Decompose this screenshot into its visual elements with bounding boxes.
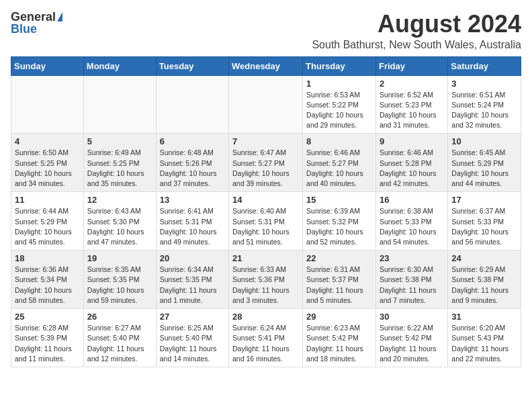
page-header: General Blue August 2024 South Bathurst,… [11,11,521,51]
calendar-week-row: 4Sunrise: 6:50 AM Sunset: 5:25 PM Daylig… [11,134,521,192]
day-number: 1 [306,79,372,89]
calendar-week-row: 1Sunrise: 6:53 AM Sunset: 5:22 PM Daylig… [11,75,521,134]
day-number: 9 [380,136,444,146]
day-number: 15 [306,195,372,205]
calendar-cell [11,75,84,134]
day-info: Sunrise: 6:53 AM Sunset: 5:22 PM Dayligh… [306,90,372,131]
day-info: Sunrise: 6:30 AM Sunset: 5:38 PM Dayligh… [380,265,444,306]
day-number: 4 [15,136,80,146]
weekday-header-wednesday: Wednesday [229,56,303,75]
day-number: 12 [87,195,152,205]
calendar-cell: 1Sunrise: 6:53 AM Sunset: 5:22 PM Daylig… [303,75,376,134]
calendar-cell: 5Sunrise: 6:49 AM Sunset: 5:25 PM Daylig… [83,134,156,192]
calendar-cell: 4Sunrise: 6:50 AM Sunset: 5:25 PM Daylig… [11,134,84,192]
day-info: Sunrise: 6:45 AM Sunset: 5:29 PM Dayligh… [451,148,517,189]
calendar-cell: 16Sunrise: 6:38 AM Sunset: 5:33 PM Dayli… [375,192,447,250]
day-number: 14 [232,195,299,205]
calendar-cell: 9Sunrise: 6:46 AM Sunset: 5:28 PM Daylig… [375,134,447,192]
calendar-cell: 29Sunrise: 6:23 AM Sunset: 5:42 PM Dayli… [303,309,376,367]
day-number: 26 [87,312,152,322]
calendar-cell: 12Sunrise: 6:43 AM Sunset: 5:30 PM Dayli… [83,192,156,250]
day-info: Sunrise: 6:31 AM Sunset: 5:37 PM Dayligh… [306,265,372,306]
calendar-cell: 17Sunrise: 6:37 AM Sunset: 5:33 PM Dayli… [448,192,521,250]
day-number: 19 [87,253,152,263]
day-info: Sunrise: 6:43 AM Sunset: 5:30 PM Dayligh… [87,206,152,247]
day-info: Sunrise: 6:27 AM Sunset: 5:40 PM Dayligh… [87,323,152,364]
calendar-cell: 10Sunrise: 6:45 AM Sunset: 5:29 PM Dayli… [448,134,521,192]
day-info: Sunrise: 6:36 AM Sunset: 5:34 PM Dayligh… [15,265,80,306]
day-number: 13 [160,195,225,205]
calendar-cell: 24Sunrise: 6:29 AM Sunset: 5:38 PM Dayli… [448,250,521,309]
day-info: Sunrise: 6:22 AM Sunset: 5:42 PM Dayligh… [380,323,444,364]
title-section: August 2024 South Bathurst, New South Wa… [312,11,521,51]
weekday-header-monday: Monday [83,56,156,75]
day-number: 16 [380,195,444,205]
day-info: Sunrise: 6:20 AM Sunset: 5:43 PM Dayligh… [451,323,517,364]
day-number: 25 [15,312,80,322]
day-number: 7 [232,136,299,146]
calendar-cell: 14Sunrise: 6:40 AM Sunset: 5:31 PM Dayli… [229,192,303,250]
day-number: 30 [380,312,444,322]
logo-triangle-icon [57,12,62,21]
day-number: 17 [451,195,517,205]
calendar-week-row: 11Sunrise: 6:44 AM Sunset: 5:29 PM Dayli… [11,192,521,250]
location-subtitle: South Bathurst, New South Wales, Austral… [312,39,521,51]
day-info: Sunrise: 6:33 AM Sunset: 5:36 PM Dayligh… [232,265,299,306]
logo: General Blue [11,11,62,35]
calendar-cell: 3Sunrise: 6:51 AM Sunset: 5:24 PM Daylig… [448,75,521,134]
calendar-cell: 19Sunrise: 6:35 AM Sunset: 5:35 PM Dayli… [83,250,156,309]
calendar-cell [229,75,303,134]
calendar-cell: 7Sunrise: 6:47 AM Sunset: 5:27 PM Daylig… [229,134,303,192]
day-info: Sunrise: 6:51 AM Sunset: 5:24 PM Dayligh… [451,90,517,131]
day-info: Sunrise: 6:35 AM Sunset: 5:35 PM Dayligh… [87,265,152,306]
day-info: Sunrise: 6:29 AM Sunset: 5:38 PM Dayligh… [451,265,517,306]
day-number: 10 [451,136,517,146]
day-number: 20 [160,253,225,263]
logo-general-text: General [11,11,56,23]
logo-blue-text: Blue [11,23,37,35]
day-info: Sunrise: 6:37 AM Sunset: 5:33 PM Dayligh… [451,206,517,247]
calendar-cell: 25Sunrise: 6:28 AM Sunset: 5:39 PM Dayli… [11,309,84,367]
weekday-header-thursday: Thursday [303,56,376,75]
day-number: 28 [232,312,299,322]
day-info: Sunrise: 6:25 AM Sunset: 5:40 PM Dayligh… [160,323,225,364]
calendar-cell: 23Sunrise: 6:30 AM Sunset: 5:38 PM Dayli… [375,250,447,309]
day-number: 29 [306,312,372,322]
day-number: 18 [15,253,80,263]
calendar-cell: 15Sunrise: 6:39 AM Sunset: 5:32 PM Dayli… [303,192,376,250]
calendar-cell: 18Sunrise: 6:36 AM Sunset: 5:34 PM Dayli… [11,250,84,309]
calendar-cell: 22Sunrise: 6:31 AM Sunset: 5:37 PM Dayli… [303,250,376,309]
calendar-header-row: SundayMondayTuesdayWednesdayThursdayFrid… [11,56,521,75]
weekday-header-friday: Friday [375,56,447,75]
day-number: 21 [232,253,299,263]
day-number: 22 [306,253,372,263]
calendar-cell: 31Sunrise: 6:20 AM Sunset: 5:43 PM Dayli… [448,309,521,367]
day-info: Sunrise: 6:41 AM Sunset: 5:31 PM Dayligh… [160,206,225,247]
day-number: 5 [87,136,152,146]
calendar-cell: 11Sunrise: 6:44 AM Sunset: 5:29 PM Dayli… [11,192,84,250]
day-info: Sunrise: 6:34 AM Sunset: 5:35 PM Dayligh… [160,265,225,306]
weekday-header-saturday: Saturday [448,56,521,75]
day-number: 2 [380,79,444,89]
day-info: Sunrise: 6:48 AM Sunset: 5:26 PM Dayligh… [160,148,225,189]
calendar-cell: 30Sunrise: 6:22 AM Sunset: 5:42 PM Dayli… [375,309,447,367]
day-info: Sunrise: 6:28 AM Sunset: 5:39 PM Dayligh… [15,323,80,364]
calendar-week-row: 18Sunrise: 6:36 AM Sunset: 5:34 PM Dayli… [11,250,521,309]
day-info: Sunrise: 6:40 AM Sunset: 5:31 PM Dayligh… [232,206,299,247]
calendar-cell: 13Sunrise: 6:41 AM Sunset: 5:31 PM Dayli… [156,192,228,250]
calendar-cell: 27Sunrise: 6:25 AM Sunset: 5:40 PM Dayli… [156,309,228,367]
month-year-title: August 2024 [312,11,521,38]
calendar-cell: 8Sunrise: 6:46 AM Sunset: 5:27 PM Daylig… [303,134,376,192]
day-number: 27 [160,312,225,322]
weekday-header-tuesday: Tuesday [156,56,228,75]
day-info: Sunrise: 6:24 AM Sunset: 5:41 PM Dayligh… [232,323,299,364]
calendar-cell: 6Sunrise: 6:48 AM Sunset: 5:26 PM Daylig… [156,134,228,192]
day-number: 23 [380,253,444,263]
day-info: Sunrise: 6:46 AM Sunset: 5:28 PM Dayligh… [380,148,444,189]
calendar-cell [156,75,228,134]
day-number: 3 [451,79,517,89]
day-info: Sunrise: 6:49 AM Sunset: 5:25 PM Dayligh… [87,148,152,189]
calendar-week-row: 25Sunrise: 6:28 AM Sunset: 5:39 PM Dayli… [11,309,521,367]
day-info: Sunrise: 6:50 AM Sunset: 5:25 PM Dayligh… [15,148,80,189]
day-info: Sunrise: 6:23 AM Sunset: 5:42 PM Dayligh… [306,323,372,364]
